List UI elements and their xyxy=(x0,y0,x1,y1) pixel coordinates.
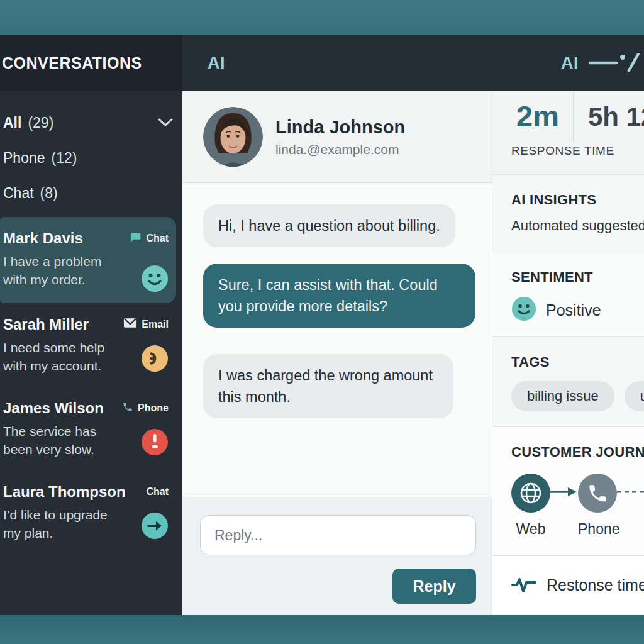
header-row: CONVERSATIONS AI AI xyxy=(0,35,644,91)
ai-insights-title: AI INSIGHTS xyxy=(511,192,644,208)
alert-negative-icon xyxy=(141,428,169,456)
stat-response-time-label: RESPONSE TIME xyxy=(511,144,614,158)
conversation-preview: The service has been very slow. xyxy=(3,423,126,459)
bottom-chrome-bar xyxy=(0,615,644,644)
filter-chat-label: Chat xyxy=(3,185,34,202)
journey-arrow-dashed-icon xyxy=(617,486,644,501)
section-tags: TAGS billing issue urgent xyxy=(492,337,644,427)
conversation-name: James Wilson xyxy=(3,399,104,417)
conversation-preview: I’d like to upgrade my plan. xyxy=(3,506,126,543)
tags-title: TAGS xyxy=(511,354,644,370)
journey-step-label: Phone xyxy=(578,521,617,538)
filter-all-count: (29) xyxy=(28,114,53,131)
section-sentiment: SENTIMENT Positive xyxy=(492,252,644,337)
conversation-preview: I need some help with my account. xyxy=(3,339,126,375)
filter-list: All (29) Phone (12) Chat xyxy=(0,91,182,214)
conversation-channel-label: Chat xyxy=(146,233,169,244)
conversation-name: Laura Thompson xyxy=(3,483,126,501)
chat-panel: Linda Johnson linda.@example.com Hi, I h… xyxy=(182,91,492,615)
filter-chat[interactable]: Chat (8) xyxy=(3,175,174,211)
phone-icon xyxy=(122,401,133,415)
conversation-channel-label: Chat xyxy=(146,486,169,497)
filter-phone[interactable]: Phone (12) xyxy=(3,140,174,175)
message-customer: Hi, I have a question about billing. xyxy=(203,204,455,247)
conversation-item-james-wilson[interactable]: James Wilson Phone The service has been … xyxy=(0,389,176,470)
arrow-right-icon xyxy=(141,512,169,540)
conversation-item-sarah-miller[interactable]: Sarah Miller Email I need some help with… xyxy=(0,306,176,387)
avatar xyxy=(203,107,263,167)
conversation-item-laura-thompson[interactable]: Laura Thompson Chat I’d like to upgrade … xyxy=(0,473,176,554)
customer-name: Linda Johnson xyxy=(275,117,405,138)
customer-email: linda.@example.com xyxy=(275,142,405,157)
main-header: AI AI xyxy=(182,35,644,91)
reply-composer: Reply xyxy=(182,497,492,615)
conversation-item-mark-davis[interactable]: Mark Davis Chat I have a problem with my… xyxy=(0,217,176,303)
section-customer-journey: CUSTOMER JOURNEY xyxy=(492,427,644,556)
conversations-sidebar: All (29) Phone (12) Chat xyxy=(0,91,182,615)
top-chrome-bar xyxy=(0,0,644,35)
ai-badge-chat: AI xyxy=(208,53,225,73)
customer-journey-title: CUSTOMER JOURNEY xyxy=(511,444,644,460)
conversation-name: Sarah Miller xyxy=(3,316,89,333)
filter-all-label: All xyxy=(3,114,21,131)
filter-chat-count: (8) xyxy=(40,185,58,202)
message-agent: Sure, I can assist with that. Could you … xyxy=(203,264,475,328)
sparkline-icon xyxy=(587,53,641,74)
ai-insights-toggle[interactable]: AI xyxy=(561,53,641,74)
conversations-title: CONVERSATIONS xyxy=(2,54,142,72)
smiley-positive-icon xyxy=(141,265,169,292)
email-icon xyxy=(123,318,137,331)
sentiment-value: Positive xyxy=(546,301,601,319)
phone-journey-icon xyxy=(578,474,617,513)
reply-input[interactable] xyxy=(200,515,476,555)
smiley-positive-icon xyxy=(511,296,536,324)
stats-row: 2m 5h 12m RESPONSE TIME xyxy=(492,91,644,175)
section-ai-insights: AI INSIGHTS Automated suggested xyxy=(492,175,644,252)
chevron-down-icon[interactable] xyxy=(157,114,174,131)
tag-chip[interactable]: billing issue xyxy=(511,381,614,411)
journey-step-label: Web xyxy=(511,521,550,538)
chat-bubble-icon xyxy=(129,231,142,246)
chat-customer-header: Linda Johnson linda.@example.com xyxy=(182,91,492,183)
globe-icon xyxy=(511,474,550,513)
neutral-face-icon xyxy=(141,345,169,372)
stat-response-time-value: 2m xyxy=(516,99,559,133)
conversation-name: Mark Davis xyxy=(3,230,83,247)
ai-insights-body: Automated suggested xyxy=(511,218,644,234)
response-time-chart-label: Restonse time xyxy=(547,576,644,594)
stat-second-value: 5h 12m xyxy=(588,102,644,132)
filter-all[interactable]: All (29) xyxy=(3,105,174,140)
conversation-preview: I have a problem with my order. xyxy=(3,253,126,289)
conversation-channel-label: Phone xyxy=(138,402,169,414)
reply-button[interactable]: Reply xyxy=(392,569,476,604)
sidebar-header: CONVERSATIONS xyxy=(0,35,182,91)
waveform-icon xyxy=(511,574,536,597)
sentiment-title: SENTIMENT xyxy=(511,269,644,286)
stat-divider xyxy=(573,91,574,143)
section-response-chart: Restonse time xyxy=(492,556,644,614)
message-list: Hi, I have a question about billing. Sur… xyxy=(182,183,492,497)
conversation-channel-label: Email xyxy=(142,319,169,330)
ai-insights-panel: 2m 5h 12m RESPONSE TIME AI INSIGHTS Auto… xyxy=(492,91,644,615)
filter-phone-count: (12) xyxy=(52,150,77,167)
support-app: CONVERSATIONS AI AI Al xyxy=(0,0,644,644)
tag-chip[interactable]: urgent xyxy=(625,381,644,411)
filter-phone-label: Phone xyxy=(3,150,45,167)
message-customer: I was charged the wrong amount this mont… xyxy=(203,354,453,418)
ai-badge-insights: AI xyxy=(561,53,579,73)
journey-arrow-icon xyxy=(550,486,578,501)
